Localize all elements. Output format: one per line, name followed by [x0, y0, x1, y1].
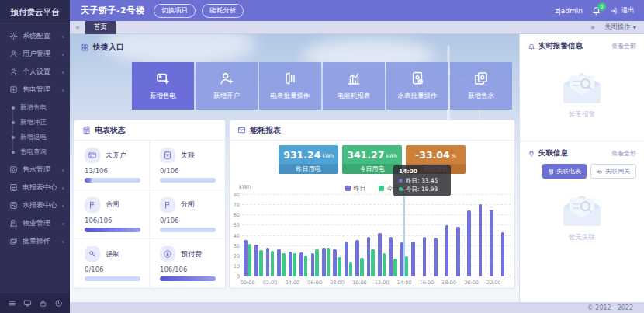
bar-今日-03:00 — [282, 253, 286, 276]
sidebar-item-4[interactable]: 售水管理‹ — [0, 161, 70, 179]
status-progress-bar — [160, 276, 216, 281]
chevron-left-icon: ‹ — [61, 202, 64, 210]
mail-icon — [237, 126, 246, 134]
offline-title-row: 失联信息 — [528, 148, 608, 158]
y-axis-tick: 50 — [230, 222, 240, 228]
sidebar-item-2[interactable]: 个人设置‹ — [0, 63, 70, 81]
series-dot-icon — [399, 179, 403, 183]
y-axis-tick: 30 — [230, 243, 240, 249]
monitor-icon[interactable] — [23, 299, 32, 308]
energy-report-title: 能耗报表 — [250, 125, 281, 136]
x-axis-tick: 20:00 — [464, 280, 479, 286]
quick-button-label: 电能耗报表 — [338, 92, 371, 101]
logout-button[interactable]: 退出 — [610, 5, 635, 16]
bar-昨日-15:00 — [411, 242, 415, 276]
tooltip-row: 昨日: 33.45 — [399, 176, 445, 185]
username[interactable]: zjadmin — [556, 7, 583, 15]
sidebar-item-7[interactable]: 物业管理‹ — [0, 214, 70, 232]
quick-entry-title: 快捷入口 — [93, 42, 124, 53]
y-axis-tick: 20 — [230, 253, 240, 259]
sidebar-subitem-1[interactable]: 新增冲正 — [0, 115, 70, 130]
offline-section: 失联信息 查看全部 失联电表失联网关 暂无失联 — [520, 141, 644, 242]
sidebar-item-label: 批量操作 — [23, 236, 61, 246]
sidebar-menu: 系统配置‹用户管理‹个人设置‹售电管理‹新增售电新增冲正新增退电售电查询售水管理… — [0, 23, 70, 250]
expand-tabs-icon[interactable]: » — [591, 23, 595, 31]
app-logo: 预付费云平台 — [0, 0, 70, 23]
sidebar-subitem-3[interactable]: 售电查询 — [0, 144, 70, 159]
status-progress-bar — [160, 228, 216, 232]
empty-envelope-illustration — [558, 70, 606, 106]
energy-analysis-button[interactable]: 能耗分析 — [202, 4, 244, 18]
stat-label: 昨日用电 — [279, 164, 338, 174]
switch-off-icon — [160, 197, 175, 213]
sidebar-item-8[interactable]: 批量操作‹ — [0, 232, 70, 250]
menu-icon[interactable] — [8, 299, 16, 308]
chart-plot[interactable]: 01020304050607080 — [242, 195, 511, 276]
bar-今日-01:00 — [259, 250, 263, 276]
bar-昨日-17:00 — [434, 238, 438, 276]
switch-project-button[interactable]: 切换项目 — [154, 4, 196, 18]
sidebar-item-0[interactable]: 系统配置‹ — [0, 27, 70, 45]
plug-icon — [528, 150, 535, 158]
sidebar-item-6[interactable]: 水报表中心‹ — [0, 196, 70, 214]
sidebar-item-3[interactable]: 售电管理‹ — [0, 81, 70, 99]
sidebar-item-label: 水报表中心 — [23, 200, 61, 210]
offline-tab-0[interactable]: 失联电表 — [542, 164, 587, 179]
sidebar-item-1[interactable]: 用户管理‹ — [0, 45, 70, 63]
bar-昨日-22:00 — [490, 210, 493, 276]
y-axis-tick: 0 — [230, 273, 240, 280]
bar-昨日-18:00 — [445, 225, 449, 276]
bar-今日-14:00 — [405, 256, 409, 276]
quick-button-3[interactable]: 电能耗报表 — [323, 62, 385, 110]
stat-value: 931.24 — [283, 149, 320, 161]
tab-home[interactable]: 首页 — [85, 21, 116, 34]
legend-label: 昨日 — [354, 184, 366, 193]
meter-batch-icon — [282, 71, 298, 86]
sidebar-item-label: 售水管理 — [23, 165, 61, 175]
lock-icon[interactable] — [39, 299, 47, 308]
user-icon — [9, 50, 18, 58]
bar-今日-02:00 — [271, 251, 275, 276]
chevron-left-icon: ‹ — [61, 86, 64, 94]
quick-button-2[interactable]: 电表批量操作 — [259, 62, 321, 110]
alarm-view-all-link[interactable]: 查看全部 — [611, 42, 636, 50]
x-axis-tick: 18:00 — [441, 280, 456, 286]
close-operations-label: 关闭操作 — [604, 23, 631, 32]
notifications-button[interactable]: 0 — [591, 5, 601, 16]
card-plus-icon — [155, 71, 171, 86]
status-label: 合闸 — [106, 200, 119, 210]
offline-tab-1[interactable]: 失联网关 — [590, 164, 636, 179]
sidebar-subitem-2[interactable]: 新增退电 — [0, 130, 70, 144]
status-label: 分闸 — [181, 200, 195, 210]
quick-button-4[interactable]: 水表批量操作 — [386, 62, 448, 110]
copyright-text: © 2012 - 2022 — [587, 304, 633, 311]
clock-icon[interactable] — [54, 299, 63, 308]
sidebar-item-label: 系统配置 — [23, 31, 61, 41]
sidebar-subitem-0[interactable]: 新增售电 — [0, 100, 70, 115]
quick-button-1[interactable]: 新增开户 — [196, 62, 258, 110]
offline-tabs: 失联电表失联网关 — [528, 164, 636, 179]
tooltip-text: 今日: 19.93 — [406, 185, 438, 193]
x-axis-tick: 00:00 — [241, 280, 255, 286]
sidebar: 预付费云平台 系统配置‹用户管理‹个人设置‹售电管理‹新增售电新增冲正新增退电售… — [0, 0, 70, 313]
energy-report-panel: 能耗报表 931.24kWh昨日用电341.27kWh今日用电-33.04%同比… — [229, 120, 515, 289]
close-operations-dropdown[interactable]: 关闭操作 ▾ — [604, 23, 636, 32]
offline-empty-text: 暂无失联 — [528, 233, 636, 242]
quick-button-5[interactable]: 新增售水 — [450, 62, 512, 110]
meter-status-cell-3: 分闸0/106 — [150, 190, 225, 240]
quick-button-0[interactable]: 新增售电 — [132, 62, 194, 110]
sidebar-subitem-label: 新增冲正 — [20, 118, 47, 127]
chart-tooltip: 14:00 昨日: 33.45今日: 19.93 — [393, 165, 451, 196]
bar-昨日-12:00 — [378, 233, 382, 276]
legend-item-昨日[interactable]: 昨日 — [345, 184, 366, 193]
meter-icon — [548, 169, 554, 175]
sidebar-item-5[interactable]: 电报表中心‹ — [0, 179, 70, 196]
electric-report-icon — [9, 183, 18, 192]
meter-status-panel: 电表状态 未开户13/106失联0/106合闸106/106分闸0/106强制0… — [74, 120, 226, 289]
collapse-tabs-icon[interactable]: « — [70, 23, 85, 31]
offline-view-all-link[interactable]: 查看全部 — [611, 149, 636, 158]
sidebar-item-label: 电报表中心 — [23, 183, 61, 193]
y-axis-tick: 10 — [230, 263, 240, 270]
x-axis-tick: 16:00 — [420, 280, 435, 286]
status-count: 13/106 — [85, 167, 149, 175]
